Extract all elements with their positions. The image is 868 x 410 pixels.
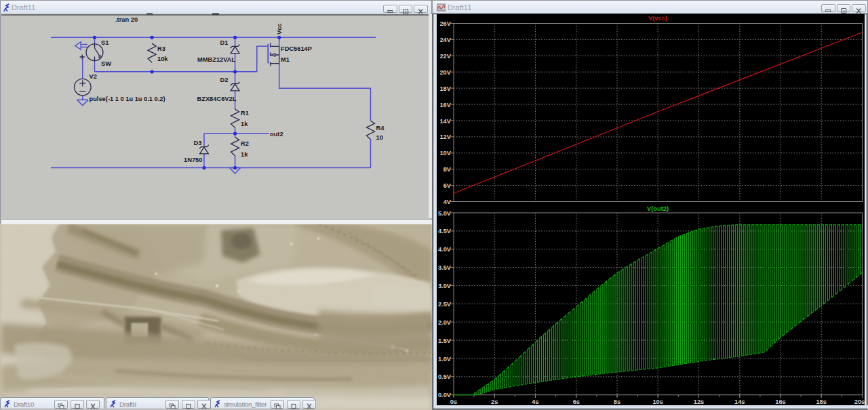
svg-text:V(vcc): V(vcc) <box>648 15 667 22</box>
svg-text:16V: 16V <box>439 102 451 108</box>
svg-text:V(out2): V(out2) <box>647 205 669 212</box>
svg-text:0.5V: 0.5V <box>438 373 452 380</box>
svg-text:18V: 18V <box>439 85 451 92</box>
svg-text:0s: 0s <box>450 398 457 405</box>
svg-text:12s: 12s <box>694 398 705 405</box>
svg-text:1.0V: 1.0V <box>438 356 452 363</box>
svg-text:16s: 16s <box>775 398 786 405</box>
svg-text:6s: 6s <box>573 398 580 405</box>
svg-text:22V: 22V <box>439 53 451 60</box>
svg-text:14V: 14V <box>439 118 451 125</box>
svg-text:12V: 12V <box>439 134 451 140</box>
svg-text:3.5V: 3.5V <box>438 264 452 271</box>
svg-text:1.5V: 1.5V <box>438 337 452 344</box>
svg-text:5.0V: 5.0V <box>438 210 452 217</box>
svg-text:10V: 10V <box>439 150 451 157</box>
svg-text:4V: 4V <box>443 199 452 205</box>
svg-text:14s: 14s <box>734 398 745 405</box>
svg-text:2.5V: 2.5V <box>438 301 452 308</box>
svg-text:4.0V: 4.0V <box>438 246 452 253</box>
svg-text:8s: 8s <box>614 398 620 405</box>
svg-text:2s: 2s <box>491 398 498 405</box>
svg-text:10s: 10s <box>652 398 663 405</box>
svg-text:2.0V: 2.0V <box>438 319 452 326</box>
svg-text:18s: 18s <box>816 398 827 405</box>
svg-text:3.0V: 3.0V <box>438 283 452 289</box>
svg-text:6V: 6V <box>443 182 452 189</box>
svg-text:4.5V: 4.5V <box>438 228 452 234</box>
svg-text:26V: 26V <box>439 20 451 27</box>
svg-text:0.0V: 0.0V <box>438 392 452 398</box>
svg-text:20V: 20V <box>439 69 451 76</box>
svg-text:20s: 20s <box>854 398 865 405</box>
svg-text:24V: 24V <box>439 37 451 43</box>
svg-text:8V: 8V <box>443 166 452 173</box>
svg-text:4s: 4s <box>532 398 538 405</box>
